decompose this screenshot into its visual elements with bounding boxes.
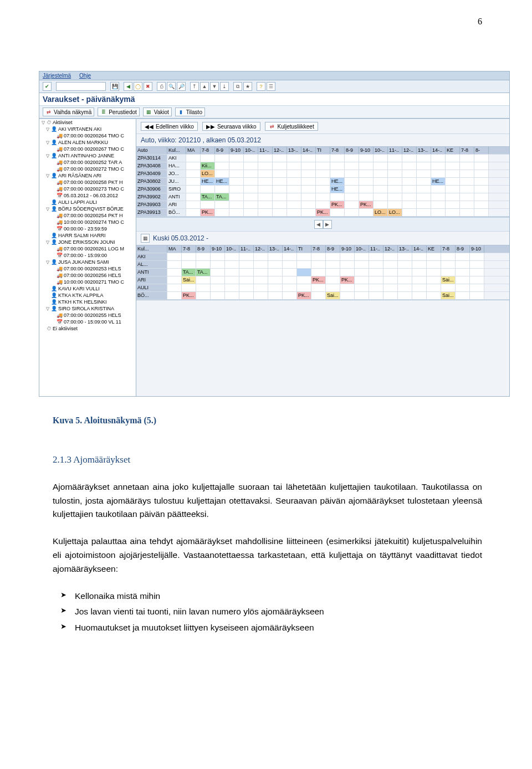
grid-cell[interactable] xyxy=(388,178,402,185)
grid-cell[interactable] xyxy=(268,269,283,276)
grid-cell[interactable] xyxy=(287,193,301,201)
grid-cell[interactable] xyxy=(297,261,311,268)
tree-node[interactable]: 📅05.03.2012 - 06.03.2012 xyxy=(39,192,136,199)
grid-cell[interactable] xyxy=(167,253,182,260)
grid-cell[interactable] xyxy=(316,162,330,170)
driver-tree[interactable]: ▽⏱Aktiiviset▽👤AKI VIRTANEN AKI🚚07:00:00 … xyxy=(39,119,136,396)
grid-cell[interactable] xyxy=(369,276,383,284)
grid-header-cell[interactable]: 11-.. xyxy=(388,147,402,154)
grid-cell[interactable] xyxy=(244,155,258,162)
grid-cell[interactable] xyxy=(211,261,225,268)
grid-cell[interactable] xyxy=(273,155,287,162)
back-icon[interactable]: ◀ xyxy=(124,82,132,91)
tree-node[interactable]: 🚚07:00:00 00200272 TMO C xyxy=(39,166,136,172)
tree-node[interactable]: 👤HARR SALMI HARRI xyxy=(39,232,136,239)
grid-cell[interactable] xyxy=(215,186,229,193)
grid-cell[interactable] xyxy=(254,284,268,291)
grid-row[interactable]: AL... xyxy=(136,261,509,269)
grid-cell[interactable]: Sai... xyxy=(441,276,456,284)
grid-cell[interactable] xyxy=(427,261,441,268)
grid-cell[interactable] xyxy=(167,292,182,299)
grid-cell[interactable] xyxy=(345,155,359,162)
grid-cell[interactable]: PK... xyxy=(201,209,215,216)
grid-cell[interactable] xyxy=(301,186,316,193)
grid-cell[interactable] xyxy=(167,261,182,268)
grid-cell[interactable] xyxy=(229,186,244,193)
grid-cell[interactable] xyxy=(326,276,340,284)
grid-cell[interactable] xyxy=(244,170,258,177)
layout-icon[interactable]: ☰ xyxy=(267,82,275,91)
grid-header-cell[interactable]: 9-10 xyxy=(340,245,355,253)
grid-header-cell[interactable]: 14-.. xyxy=(283,245,297,253)
grid-header-cell[interactable]: 8-9 xyxy=(456,245,470,253)
grid-cell[interactable] xyxy=(460,186,474,193)
grid-cell[interactable] xyxy=(211,276,225,284)
grid-cell[interactable] xyxy=(402,209,417,216)
grid-cell[interactable] xyxy=(456,261,470,268)
grid-cell[interactable] xyxy=(186,201,201,208)
basic-info-button[interactable]: ≣ Perustiedot xyxy=(98,107,140,116)
tree-node[interactable]: 🚚07:00:00 00200258 PKT H xyxy=(39,179,136,186)
grid-cell[interactable] xyxy=(254,261,268,268)
tree-node[interactable]: 📅07:00:00 - 15:09:00 VL 11 xyxy=(39,319,136,325)
grid-cell[interactable] xyxy=(383,253,398,260)
grid-cell[interactable] xyxy=(283,292,297,299)
grid-cell[interactable] xyxy=(268,253,283,260)
grid-cell[interactable] xyxy=(268,284,283,291)
grid-cell[interactable] xyxy=(345,193,359,201)
grid-cell[interactable] xyxy=(446,170,460,177)
grid-row[interactable]: AULI xyxy=(136,284,509,292)
grid-row[interactable]: ZPA30114AKI xyxy=(136,155,509,162)
grid-header-cell[interactable]: 12-.. xyxy=(254,245,268,253)
grid-cell[interactable] xyxy=(167,284,182,291)
grid-cell[interactable] xyxy=(474,155,489,162)
grid-header-cell[interactable]: 8-9 xyxy=(196,245,211,253)
cancel-icon[interactable]: ✖ xyxy=(144,82,152,91)
grid-cell[interactable] xyxy=(326,269,340,276)
grid-cell[interactable] xyxy=(196,292,211,299)
grid-header-cell[interactable]: 8-9 xyxy=(326,245,340,253)
tree-node[interactable]: ▽👤ARI RÄSÄNEN ARI xyxy=(39,172,136,179)
grid-cell[interactable] xyxy=(345,170,359,177)
grid-cell[interactable] xyxy=(211,284,225,291)
grid-cell[interactable] xyxy=(229,155,244,162)
grid-cell[interactable] xyxy=(273,201,287,208)
grid-cell[interactable] xyxy=(431,193,446,201)
grid-cell[interactable] xyxy=(402,201,417,208)
grid-cell[interactable]: HE... xyxy=(201,178,215,185)
grid-cell[interactable] xyxy=(460,178,474,185)
grid-cell[interactable]: TA... xyxy=(196,269,211,276)
grid-cell[interactable]: PK... xyxy=(316,209,330,216)
grid-cell[interactable] xyxy=(470,284,484,291)
grid-cell[interactable] xyxy=(283,284,297,291)
grid-cell[interactable] xyxy=(330,193,345,201)
tree-node[interactable]: 🚚07:00:00 00200267 TMO C xyxy=(39,146,136,152)
grid-header-cell[interactable]: 7-8 xyxy=(460,147,474,154)
grid-cell[interactable]: TA... xyxy=(201,193,215,201)
grid-cell[interactable] xyxy=(211,253,225,260)
print-icon[interactable]: ⎙ xyxy=(157,82,166,91)
grid-cell[interactable] xyxy=(355,253,369,260)
grid-cell[interactable] xyxy=(417,193,431,201)
grid-cell[interactable] xyxy=(388,170,402,177)
grid-cell[interactable] xyxy=(345,209,359,216)
tree-node[interactable]: ▽⏱Aktiiviset xyxy=(39,119,136,126)
grid-cell[interactable] xyxy=(287,178,301,185)
grid-cell[interactable] xyxy=(229,170,244,177)
grid-header-cell[interactable]: TI xyxy=(297,245,311,253)
grid-cell[interactable] xyxy=(402,178,417,185)
grid-cell[interactable] xyxy=(215,162,229,170)
grid-cell[interactable] xyxy=(297,276,311,284)
grid-cell[interactable] xyxy=(340,261,355,268)
grid-header-cell[interactable]: Auto xyxy=(136,147,167,154)
grid-cell[interactable] xyxy=(239,261,254,268)
grid-cell[interactable] xyxy=(412,292,427,299)
grid-cell[interactable] xyxy=(211,292,225,299)
grid-cell[interactable] xyxy=(374,170,388,177)
grid-header-cell[interactable]: 9-10 xyxy=(470,245,484,253)
grid-cell[interactable] xyxy=(355,292,369,299)
grid-cell[interactable] xyxy=(201,186,215,193)
grid-cell[interactable] xyxy=(383,269,398,276)
grid-cell[interactable] xyxy=(273,178,287,185)
find-icon[interactable]: 🔍 xyxy=(167,82,176,91)
